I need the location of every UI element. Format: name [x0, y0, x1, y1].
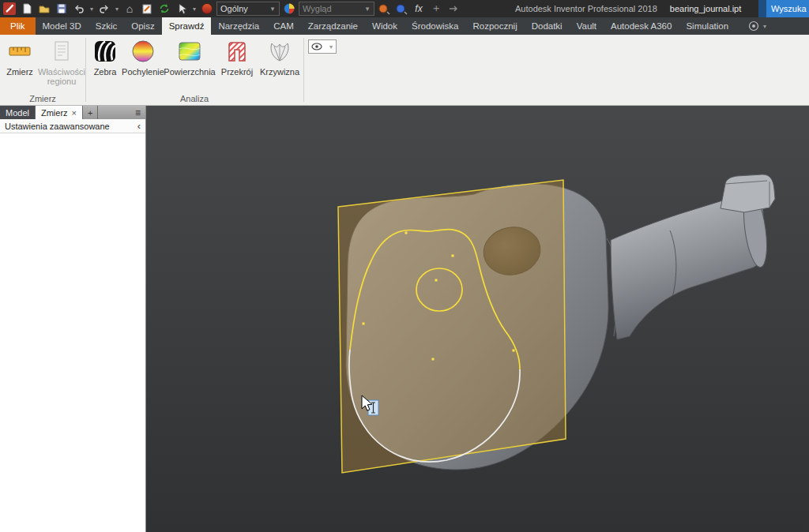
shaft-end-notch	[721, 174, 775, 212]
ribbon-tab-plik[interactable]: Plik	[0, 17, 36, 35]
app-logo-icon[interactable]	[2, 2, 17, 16]
titlebar: ▾ ▾ ⌂ ▾ Ogólny ▾ Wygląd ▾	[0, 0, 809, 17]
advanced-settings-label: Ustawienia zaawansowane	[5, 122, 110, 131]
ribbon-tab-row: Plik Model 3D Szkic Opisz Sprawdź Narzęd…	[0, 17, 809, 35]
browser-tab-zmierz[interactable]: Zmierz ×	[36, 106, 83, 119]
ribbon-tab-narzedzia[interactable]: Narzędzia	[211, 17, 266, 35]
ribbon-options-caret-icon[interactable]: ▾	[762, 23, 768, 30]
adjust-blue-icon[interactable]	[393, 2, 409, 16]
ribbon-tab-dodatki[interactable]: Dodatki	[525, 17, 570, 35]
home-icon[interactable]: ⌂	[122, 2, 137, 16]
section-plane[interactable]	[338, 180, 566, 473]
browser-tab-model[interactable]: Model	[0, 106, 36, 119]
group-label-analiza[interactable]: Analiza	[85, 94, 303, 103]
surface-analysis-icon	[177, 38, 202, 65]
material-combo[interactable]: Ogólny ▾	[216, 2, 280, 16]
browser-menu-icon[interactable]: ≡	[130, 106, 145, 119]
ribbon-tab-zarzadzanie[interactable]: Zarządzanie	[301, 17, 365, 35]
visibility-caret-icon[interactable]: ▾	[328, 43, 334, 51]
fx-parameters-icon[interactable]: fx	[411, 2, 427, 16]
save-icon[interactable]	[54, 2, 70, 16]
ribbon-options-icon	[748, 21, 759, 32]
search-box[interactable]: Wyszuka	[766, 0, 809, 17]
ribbon-tab-simulation[interactable]: Simulation	[679, 17, 736, 35]
ribbon-panel: Zmierz Właściwości regionu Zebra Pochyle…	[0, 35, 809, 106]
appearance-ball-icon[interactable]	[199, 2, 215, 16]
group-label-zmierz[interactable]: Zmierz	[0, 94, 85, 103]
curvature-analysis-icon	[267, 38, 292, 65]
ribbon-tab-autodesk-a360[interactable]: Autodesk A360	[604, 17, 679, 35]
analysis-visibility-combo[interactable]: ▾	[308, 39, 337, 54]
material-sphere-icon[interactable]	[281, 2, 297, 16]
tool-przekroj[interactable]: Przekrój	[218, 38, 256, 77]
tool-pochylenie[interactable]: Pochylenie	[122, 38, 164, 77]
advanced-settings-row[interactable]: Ustawienia zaawansowane ‹	[0, 119, 145, 133]
part-shaft[interactable]	[611, 174, 775, 339]
appearance-value: Wygląd	[303, 4, 361, 13]
material-caret-icon[interactable]: ▾	[269, 5, 276, 13]
ribbon-tab-vault[interactable]: Vault	[570, 17, 604, 35]
ribbon-tab-rozpocznij[interactable]: Rozpocznij	[465, 17, 524, 35]
open-folder-icon[interactable]	[36, 2, 52, 16]
ribbon-tab-sprawdz[interactable]: Sprawdź	[162, 17, 212, 35]
undo-icon[interactable]	[71, 2, 87, 16]
browser-tab-add[interactable]: +	[83, 106, 98, 119]
material-value: Ogólny	[220, 4, 266, 13]
region-properties-icon	[49, 38, 74, 65]
browser-panel-body	[0, 133, 145, 532]
search-label: Wyszuka	[771, 4, 807, 13]
ribbon-tab-widok[interactable]: Widok	[365, 17, 404, 35]
tool-wlasciwosci-regionu[interactable]: Właściwości regionu	[40, 38, 84, 86]
main-area: Model Zmierz × + ≡ Ustawienia zaawansowa…	[0, 106, 809, 532]
draft-analysis-icon	[130, 38, 156, 65]
tool-powierzchnia[interactable]: Powierzchnia	[164, 38, 215, 77]
viewport-3d[interactable]	[146, 106, 809, 532]
new-document-icon[interactable]	[19, 2, 35, 16]
redo-dropdown-icon[interactable]: ▾	[114, 6, 120, 13]
search-notch	[758, 0, 766, 17]
appearance-combo[interactable]: Wygląd ▾	[299, 2, 374, 16]
ribbon-tab-szkic[interactable]: Szkic	[88, 17, 124, 35]
ribbon-display-options[interactable]: ▾	[748, 17, 768, 35]
ribbon-tab-model-3d[interactable]: Model 3D	[36, 17, 88, 35]
arrow-tool-icon[interactable]	[446, 2, 461, 16]
undo-dropdown-icon[interactable]: ▾	[88, 6, 95, 13]
zebra-analysis-icon	[92, 38, 118, 65]
appearance-caret-icon: ▾	[364, 5, 371, 13]
browser-tab-bar: Model Zmierz × + ≡	[0, 106, 145, 119]
visibility-eye-icon	[310, 41, 325, 52]
tool-zmierz[interactable]: Zmierz	[2, 38, 38, 77]
document-title: bearing_journal.ipt	[670, 4, 742, 13]
ribbon-tab-cam[interactable]: CAM	[266, 17, 301, 35]
tool-zebra[interactable]: Zebra	[88, 38, 122, 77]
measure-ruler-icon	[7, 38, 32, 65]
ribbon-tab-srodowiska[interactable]: Środowiska	[404, 17, 465, 35]
close-tab-icon[interactable]: ×	[72, 108, 77, 118]
group-divider	[85, 38, 86, 102]
application-window: ▾ ▾ ⌂ ▾ Ogólny ▾ Wygląd ▾	[0, 0, 809, 532]
ribbon-tab-opisz[interactable]: Opisz	[124, 17, 161, 35]
browser-panel: Model Zmierz × + ≡ Ustawienia zaawansowa…	[0, 106, 146, 532]
tool-krzywizna[interactable]: Krzywizna	[258, 38, 302, 77]
select-dropdown-icon[interactable]: ▾	[191, 6, 198, 13]
update-icon[interactable]	[156, 2, 172, 16]
adjust-orange-icon[interactable]	[376, 2, 392, 16]
section-analysis-icon	[224, 38, 250, 65]
viewport-3d-scene[interactable]	[146, 106, 809, 532]
window-title: Autodesk Inventor Professional 2018 bear…	[515, 0, 741, 17]
select-tool-icon[interactable]	[174, 2, 190, 16]
sketch-icon[interactable]	[139, 2, 155, 16]
group-divider	[303, 38, 304, 102]
redo-icon[interactable]	[96, 2, 112, 16]
app-title: Autodesk Inventor Professional 2018	[515, 4, 657, 13]
plus-icon[interactable]: ＋	[428, 2, 444, 16]
collapse-chevron-icon[interactable]: ‹	[137, 122, 141, 130]
